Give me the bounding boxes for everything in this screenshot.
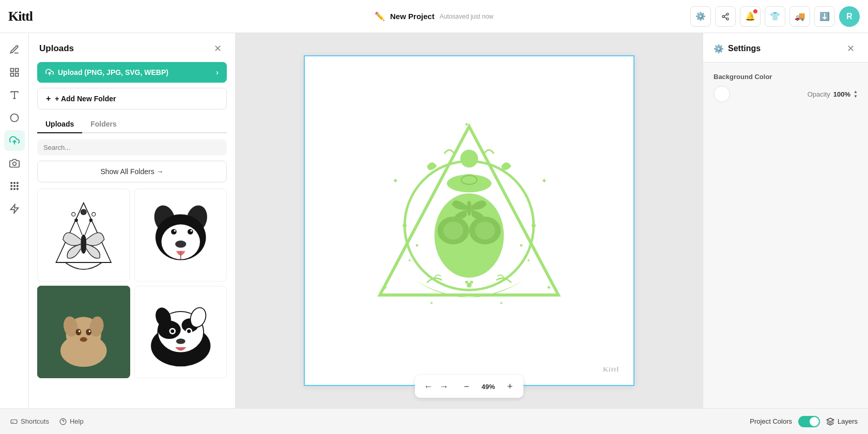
upload-thumb-cartoon-dog[interactable]: [134, 189, 227, 282]
svg-point-2: [726, 18, 729, 20]
layers-button[interactable]: Layers: [826, 417, 858, 426]
close-panel-button[interactable]: ✕: [210, 41, 225, 56]
upload-thumb-photo-dog[interactable]: [37, 286, 130, 379]
project-name[interactable]: New Project: [390, 12, 435, 21]
layers-icon: [826, 417, 834, 426]
svg-line-3: [724, 17, 727, 19]
svg-rect-96: [11, 420, 17, 423]
uploads-grid: [37, 189, 227, 378]
layers-toggle[interactable]: [798, 416, 820, 427]
status-right: Project Colors Layers: [750, 416, 858, 427]
svg-point-26: [81, 235, 86, 254]
panel-header: Uploads ✕: [29, 33, 235, 62]
canvas-content: ✦ ✦ ✦ ✦ ✦ ✦ ✦: [305, 56, 633, 385]
svg-point-22: [17, 189, 18, 190]
svg-point-40: [171, 229, 177, 235]
opacity-value[interactable]: 100%: [833, 90, 850, 98]
add-folder-plus-icon: +: [46, 94, 51, 103]
edit-icon: ✏️: [375, 11, 385, 21]
svg-point-51: [75, 329, 81, 335]
redo-button[interactable]: →: [437, 379, 451, 394]
add-folder-label: + Add New Folder: [55, 95, 116, 103]
show-folders-label: Show All Folders →: [100, 167, 163, 176]
sidebar-shapes-icon[interactable]: [4, 107, 25, 128]
close-right-panel-button[interactable]: ✕: [843, 41, 858, 56]
svg-line-4: [724, 14, 727, 16]
sidebar-magic-icon[interactable]: [4, 198, 25, 219]
delivery-button[interactable]: 🚚: [789, 6, 810, 27]
svg-point-44: [175, 240, 186, 247]
tab-folders[interactable]: Folders: [82, 116, 125, 133]
opacity-stepper[interactable]: ▲ ▼: [854, 90, 858, 99]
settings-button[interactable]: ⚙️: [690, 6, 711, 27]
svg-point-14: [10, 182, 12, 184]
add-folder-button[interactable]: + + Add New Folder: [37, 88, 227, 110]
undo-button[interactable]: ←: [421, 379, 436, 394]
svg-point-30: [89, 219, 92, 222]
svg-point-15: [13, 182, 15, 184]
svg-rect-8: [10, 73, 13, 76]
panel-tabs: Uploads Folders: [37, 116, 227, 133]
svg-point-43: [190, 230, 192, 232]
status-left: Shortcuts Help: [10, 417, 84, 425]
settings-panel-icon: ⚙️: [714, 44, 724, 54]
svg-point-31: [81, 209, 86, 215]
svg-text:✦: ✦: [541, 176, 548, 185]
sidebar-layout-icon[interactable]: [4, 62, 25, 83]
panel-title: Uploads: [39, 43, 74, 54]
sidebar-text-icon[interactable]: [4, 85, 25, 105]
notifications-button[interactable]: 🔔: [740, 6, 761, 27]
svg-point-55: [80, 337, 87, 342]
right-panel-body: Background Color Opacity 100% ▲ ▼: [703, 63, 868, 408]
zoom-in-button[interactable]: +: [503, 379, 517, 394]
svg-point-0: [726, 13, 729, 15]
svg-point-66: [176, 338, 185, 344]
zoom-out-button[interactable]: −: [459, 379, 474, 394]
shortcuts-link[interactable]: Shortcuts: [10, 417, 49, 425]
svg-point-16: [17, 182, 18, 184]
tab-uploads[interactable]: Uploads: [37, 116, 82, 133]
download-button[interactable]: ⬇️: [814, 6, 835, 27]
layers-label: Layers: [838, 417, 858, 425]
svg-point-19: [17, 185, 18, 187]
svg-marker-106: [827, 418, 833, 422]
tshirt-button[interactable]: 👕: [765, 6, 785, 27]
svg-point-95: [470, 281, 473, 284]
panel-content: Show All Folders →: [29, 133, 235, 408]
upload-thumb-butterfly[interactable]: [37, 189, 130, 282]
svg-text:✦: ✦: [499, 300, 503, 306]
bg-color-row: Opacity 100% ▲ ▼: [714, 86, 858, 102]
svg-point-17: [10, 185, 12, 187]
svg-rect-6: [15, 69, 18, 72]
watermark: Kittl: [598, 363, 624, 376]
upload-button[interactable]: Upload (PNG, JPG, SVG, WEBP) ›: [37, 62, 227, 83]
sidebar-camera-icon[interactable]: [4, 153, 25, 174]
svg-point-11: [10, 114, 18, 122]
search-input[interactable]: [37, 140, 227, 156]
project-colors-button[interactable]: Project Colors: [750, 417, 792, 425]
svg-point-41: [188, 229, 193, 235]
svg-point-89: [416, 244, 419, 247]
upload-thumb-bw-dog[interactable]: [134, 286, 227, 379]
sidebar-uploads-icon[interactable]: [4, 130, 25, 151]
zoom-controls: ← → − 49% +: [415, 375, 523, 398]
svg-text:✦: ✦: [464, 121, 469, 128]
svg-point-65: [187, 329, 191, 333]
svg-point-92: [528, 259, 530, 261]
topbar: Kittl ✏️ New Project Autosaved just now …: [0, 0, 868, 33]
notification-badge: [753, 9, 757, 13]
share-button[interactable]: [715, 6, 736, 27]
canvas-wrapper[interactable]: ✦ ✦ ✦ ✦ ✦ ✦ ✦: [304, 55, 634, 386]
user-avatar[interactable]: R: [839, 6, 860, 27]
opacity-down-icon: ▼: [854, 95, 858, 99]
sidebar-draw-icon[interactable]: [4, 39, 25, 60]
svg-point-42: [174, 230, 176, 232]
keyboard-icon: [10, 418, 18, 425]
show-all-folders-button[interactable]: Show All Folders →: [37, 161, 227, 182]
sidebar-grid-icon[interactable]: [4, 176, 25, 196]
help-link[interactable]: Help: [59, 417, 84, 425]
svg-point-90: [520, 244, 522, 247]
svg-point-85: [467, 201, 472, 216]
svg-point-91: [409, 259, 411, 261]
bg-color-swatch[interactable]: [714, 86, 730, 102]
